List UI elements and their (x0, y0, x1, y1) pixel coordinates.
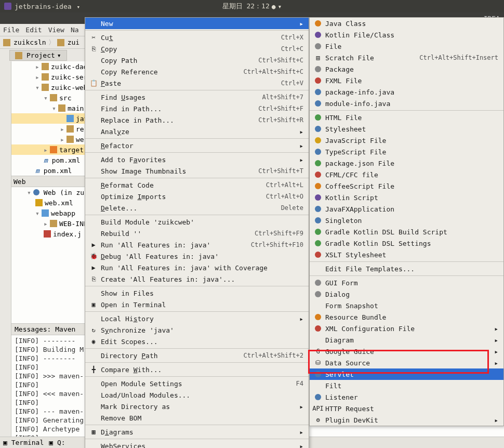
ctx-item[interactable]: Add to Favorites▸ (85, 154, 309, 165)
ctx-item[interactable]: Rebuild ''Ctrl+Shift+F9 (85, 228, 309, 239)
new-submenu-item[interactable]: package-info.java (310, 86, 503, 98)
folder-icon (57, 39, 64, 46)
new-submenu-item[interactable]: JavaScript File (310, 135, 503, 146)
app-name: jetbrains-idea (15, 3, 72, 10)
clock: 星期日 22：12 (222, 2, 270, 11)
ctx-item[interactable]: Replace in Path...Ctrl+Shift+R (85, 114, 309, 126)
tool-window-stripe-left[interactable] (0, 61, 11, 448)
new-submenu-item[interactable]: Servlet (310, 368, 503, 380)
new-submenu-item[interactable]: XML Configuration File▸ (310, 323, 503, 334)
new-submenu-item[interactable]: Filt (310, 380, 503, 391)
new-submenu-item[interactable]: File (310, 41, 503, 52)
new-submenu-item[interactable]: Kotlin Script (310, 192, 503, 203)
status-q[interactable]: ▣ Q: (49, 439, 65, 446)
new-submenu-item[interactable]: package.json File (310, 157, 503, 169)
new-submenu-item[interactable]: Form Snapshot (310, 300, 503, 311)
new-submenu-item[interactable]: Stylesheet (310, 123, 503, 135)
ctx-item[interactable]: Build Module 'zuikcweb' (85, 216, 309, 228)
ctx-item[interactable]: ▶Run 'All Features in: java' with Covera… (85, 262, 309, 273)
new-submenu-item[interactable]: Singleton (310, 215, 503, 226)
new-submenu-item[interactable]: CoffeeScript File (310, 180, 503, 192)
breadcrumb-sep: 〉 (48, 38, 55, 47)
ctx-item[interactable]: ◉Edit Scopes... (85, 336, 309, 347)
new-submenu-item[interactable]: Listener (310, 391, 503, 403)
new-submenu-item[interactable]: CFML/CFC file (310, 169, 503, 180)
new-submenu-item[interactable]: GUI Form (310, 277, 503, 288)
ctx-item[interactable]: Directory PathCtrl+Alt+Shift+2 (85, 350, 309, 361)
ctx-item[interactable]: Remove BOM (85, 412, 309, 424)
new-submenu-item[interactable]: Java Class (310, 18, 503, 29)
ctx-item[interactable]: Optimize ImportsCtrl+Alt+O (85, 191, 309, 202)
dropdown-arrow-icon: ▾ (57, 51, 61, 59)
ctx-item[interactable]: Delete...Delete (85, 202, 309, 214)
new-submenu-item[interactable]: FXML File (310, 75, 503, 86)
new-submenu-item[interactable]: APIHTTP Request (310, 403, 503, 414)
project-view-selector[interactable]: Project ▾ (9, 50, 67, 61)
clock-dropdown[interactable]: ▾ (278, 3, 282, 10)
breadcrumb-item[interactable]: zuikcsln (3, 38, 46, 46)
new-submenu: Java ClassKotlin File/ClassFile▤Scratch … (309, 17, 504, 426)
new-submenu-item[interactable]: ⛁Data Source▸ (310, 357, 503, 368)
new-submenu-item[interactable]: Edit File Templates... (310, 263, 503, 274)
new-submenu-item[interactable]: ▤Scratch FileCtrl+Alt+Shift+Insert (310, 52, 503, 63)
ctx-item[interactable]: ✂CutCtrl+X (85, 32, 309, 43)
ctx-item[interactable]: Find UsagesAlt+Shift+7 (85, 91, 309, 103)
new-submenu-item[interactable]: module-info.java (310, 98, 503, 109)
ctx-item[interactable]: ⎘CopyCtrl+C (85, 43, 309, 55)
indicator-dot: ● (272, 3, 276, 10)
ctx-item[interactable]: New▸ (85, 18, 309, 29)
terminal-button[interactable]: ▣ Terminal (3, 439, 44, 446)
new-submenu-item[interactable]: TypeScript File (310, 146, 503, 157)
ctx-item[interactable]: ▣Open in Terminal (85, 299, 309, 310)
menu-edit[interactable]: Edit (25, 26, 42, 34)
ctx-item[interactable]: ▦Diagrams▸ (85, 426, 309, 438)
ctx-item[interactable]: Show Image ThumbnailsCtrl+Shift+T (85, 165, 309, 177)
ctx-item[interactable]: ⎘Create 'All Features in: java'... (85, 273, 309, 285)
context-menu: New▸✂CutCtrl+X⎘CopyCtrl+CCopy PathCtrl+S… (85, 17, 309, 448)
ctx-item[interactable]: Show in Files (85, 287, 309, 299)
menu-navigate[interactable]: Na (71, 26, 79, 34)
ctx-item[interactable]: Local History▸ (85, 313, 309, 324)
ctx-item[interactable]: Reformat CodeCtrl+Alt+L (85, 179, 309, 191)
ctx-item[interactable]: Copy ReferenceCtrl+Alt+Shift+C (85, 66, 309, 77)
ctx-item[interactable]: ↻Synchronize 'java' (85, 324, 309, 336)
ctx-item[interactable]: WebServices▸ (85, 440, 309, 448)
new-submenu-item[interactable]: Diagram▸ (310, 334, 503, 346)
new-submenu-item[interactable]: Kotlin File/Class (310, 29, 503, 41)
ctx-item[interactable]: Open Module SettingsF4 (85, 378, 309, 389)
breadcrumb-item[interactable]: zui (57, 38, 79, 46)
ctx-item[interactable]: Load/Unload Modules... (85, 389, 309, 401)
new-submenu-item[interactable]: Resource Bundle (310, 311, 503, 323)
ctx-item[interactable]: ╋Compare With... (85, 364, 309, 375)
ctx-item[interactable]: ▶Run 'All Features in: java'Ctrl+Shift+F… (85, 239, 309, 251)
app-menu-dropdown[interactable] (75, 3, 81, 10)
new-submenu-item[interactable]: Gradle Kotlin DSL Build Script (310, 226, 503, 238)
ctx-item[interactable]: 📋PasteCtrl+V (85, 77, 309, 89)
new-submenu-item[interactable]: ⚙Plugin DevKit▸ (310, 414, 503, 426)
ctx-item[interactable]: Find in Path...Ctrl+Shift+F (85, 103, 309, 114)
ctx-item[interactable]: 🐞Debug 'All Features in: java' (85, 251, 309, 262)
app-icon (4, 3, 11, 10)
folder-icon (3, 39, 10, 46)
new-submenu-item[interactable]: JavaFXApplication (310, 203, 503, 215)
ctx-item[interactable]: Analyze▸ (85, 126, 309, 137)
menu-view[interactable]: View (48, 26, 64, 34)
menu-file[interactable]: File (3, 26, 19, 34)
ctx-item[interactable]: Copy PathCtrl+Shift+C (85, 55, 309, 66)
system-title-bar: jetbrains-idea 星期日 22：12 ● ▾ (0, 0, 504, 12)
new-submenu-item[interactable]: Dialog (310, 288, 503, 300)
ctx-item[interactable]: Refactor▸ (85, 140, 309, 151)
ctx-item[interactable]: Mark Directory as▸ (85, 401, 309, 412)
new-submenu-item[interactable]: XSLT Stylesheet (310, 249, 503, 260)
new-submenu-item[interactable]: GGoogle Guice▸ (310, 346, 503, 357)
folder-icon (15, 52, 22, 59)
new-submenu-item[interactable]: HTML File (310, 112, 503, 123)
new-submenu-item[interactable]: Package (310, 63, 503, 75)
new-submenu-item[interactable]: Gradle Kotlin DSL Settings (310, 238, 503, 249)
